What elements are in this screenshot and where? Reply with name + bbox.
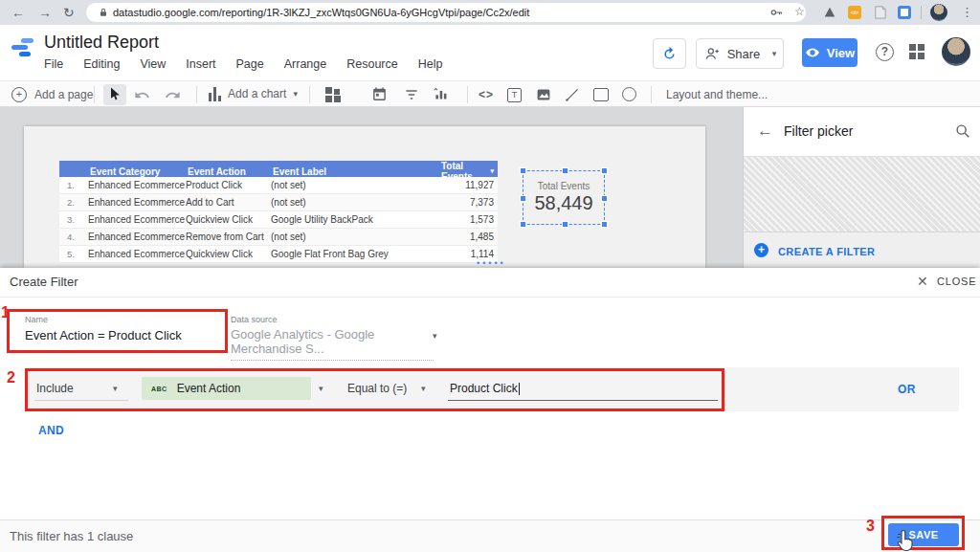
- date-range-icon[interactable]: [371, 86, 388, 102]
- table-row: 5. Enhanced Ecommerce Quickview Click Go…: [59, 246, 498, 263]
- user-avatar[interactable]: [942, 37, 970, 66]
- menu-page[interactable]: Page: [236, 57, 264, 71]
- share-dropdown-button[interactable]: ▾: [766, 38, 784, 69]
- browser-back-icon[interactable]: ←: [11, 0, 25, 25]
- browser-forward-icon[interactable]: →: [38, 0, 52, 25]
- rectangle-tool-icon[interactable]: [593, 88, 609, 101]
- selection-handle[interactable]: [601, 195, 608, 202]
- datasource-select[interactable]: Google Analytics - Google Merchandise S.…: [231, 327, 434, 361]
- menu-editing[interactable]: Editing: [83, 57, 120, 71]
- selection-handle[interactable]: [520, 195, 526, 202]
- add-chart-button[interactable]: Add a chart ▾: [209, 87, 298, 101]
- annotation-box-3: [881, 516, 965, 550]
- annotation-number-1: 1: [1, 304, 10, 321]
- table-header-row: Event Category Event Action Event Label …: [59, 161, 498, 177]
- or-button[interactable]: OR: [898, 383, 916, 396]
- browser-avatar[interactable]: [930, 4, 947, 21]
- events-table[interactable]: Event Category Event Action Event Label …: [59, 161, 498, 263]
- data-control-icon[interactable]: [433, 86, 449, 102]
- code-extension-icon[interactable]: </>: [848, 6, 861, 19]
- create-filter-label: CREATE A FILTER: [778, 246, 875, 257]
- dialog-drag-handle[interactable]: •••••: [477, 258, 506, 268]
- datastudio-app: ← → ↻ datastudio.google.com/reporting/1R…: [0, 0, 980, 552]
- annotation-number-2: 2: [7, 369, 15, 386]
- table-row: 1. Enhanced Ecommerce Product Click (not…: [59, 177, 498, 194]
- notes-extension-icon[interactable]: [873, 5, 887, 19]
- annotation-number-3: 3: [866, 518, 875, 535]
- toolbar-divider: [94, 86, 95, 103]
- share-button[interactable]: Share: [696, 38, 768, 69]
- add-page-button[interactable]: + Add a page: [11, 87, 93, 102]
- line-tool-icon[interactable]: [565, 87, 580, 102]
- sort-desc-icon: ▾: [488, 167, 494, 175]
- filter-control-icon[interactable]: [404, 87, 419, 102]
- eye-icon: [805, 45, 820, 60]
- menu-insert[interactable]: Insert: [186, 57, 215, 71]
- clause-count-status: This filter has 1 clause: [10, 529, 133, 543]
- selection-handle[interactable]: [520, 167, 526, 174]
- add-circle-icon: +: [754, 243, 768, 257]
- report-canvas[interactable]: Event Category Event Action Event Label …: [0, 107, 743, 268]
- filter-list-empty-area: [744, 157, 980, 232]
- community-widgets-icon[interactable]: [325, 87, 341, 102]
- refresh-icon: [661, 46, 678, 62]
- selection-handle[interactable]: [520, 221, 526, 228]
- apps-grid-icon[interactable]: [909, 44, 924, 59]
- embed-url-icon[interactable]: <>: [479, 81, 494, 108]
- help-icon[interactable]: ?: [876, 43, 894, 61]
- menu-resource[interactable]: Resource: [346, 57, 398, 71]
- address-bar[interactable]: datastudio.google.com/reporting/1R-3lKZJ…: [86, 3, 806, 22]
- browser-reload-icon[interactable]: ↻: [63, 0, 75, 25]
- undo-icon[interactable]: [134, 87, 150, 103]
- datastudio-logo-icon[interactable]: [11, 38, 36, 59]
- mouse-hand-cursor: [896, 528, 915, 552]
- password-key-icon[interactable]: [769, 6, 783, 19]
- add-person-icon: [704, 46, 721, 62]
- menu-file[interactable]: File: [44, 57, 63, 71]
- bookmark-star-icon[interactable]: ☆: [794, 5, 805, 18]
- selection-handle[interactable]: [601, 167, 608, 174]
- drive-extension-icon[interactable]: [823, 6, 836, 19]
- browser-divider: [921, 6, 922, 19]
- report-page[interactable]: Event Category Event Action Event Label …: [24, 126, 705, 268]
- view-button[interactable]: View: [802, 38, 858, 67]
- col-total-events[interactable]: Total Events▾: [437, 161, 498, 182]
- blue-extension-icon[interactable]: [898, 6, 911, 19]
- view-label: View: [827, 46, 855, 60]
- close-button[interactable]: CLOSE: [937, 276, 976, 287]
- selection-handle[interactable]: [562, 167, 568, 174]
- create-filter-button[interactable]: + CREATE A FILTER: [744, 232, 980, 268]
- total-events-scorecard[interactable]: Total Events 58,449: [523, 170, 605, 225]
- scorecard-label: Total Events: [523, 181, 604, 191]
- back-arrow-icon[interactable]: ←: [757, 121, 773, 141]
- col-event-action: Event Action: [186, 166, 271, 177]
- table-row: 4. Enhanced Ecommerce Remove from Cart (…: [59, 229, 498, 246]
- select-tool-button[interactable]: [103, 84, 126, 105]
- and-button[interactable]: AND: [38, 424, 64, 437]
- filter-picker-panel: ← Filter picker + CREATE A FILTER: [743, 107, 980, 268]
- circle-tool-icon[interactable]: [622, 87, 636, 101]
- menu-bar: File Editing View Insert Page Arrange Re…: [44, 57, 442, 71]
- report-title[interactable]: Untitled Report: [44, 33, 159, 53]
- table-row: 2. Enhanced Ecommerce Add to Cart (not s…: [59, 194, 498, 211]
- search-icon[interactable]: [954, 122, 971, 140]
- dialog-footer: This filter has 1 clause SAVE: [0, 519, 980, 552]
- menu-view[interactable]: View: [140, 57, 166, 71]
- redo-icon[interactable]: [165, 87, 181, 103]
- menu-help[interactable]: Help: [418, 57, 443, 71]
- refresh-data-button[interactable]: [653, 38, 686, 69]
- selection-handle[interactable]: [562, 221, 568, 228]
- browser-menu-icon[interactable]: ⋮: [961, 0, 973, 25]
- table-row: 3. Enhanced Ecommerce Quickview Click Go…: [59, 211, 498, 229]
- annotation-box-2: [25, 368, 724, 411]
- chevron-down-icon: ▾: [293, 87, 298, 101]
- chevron-down-icon: ▾: [433, 331, 437, 341]
- image-tool-icon[interactable]: [536, 87, 551, 102]
- text-tool-icon[interactable]: T: [507, 88, 522, 102]
- chevron-down-icon: ▾: [772, 49, 777, 58]
- toolbar-divider: [651, 86, 652, 103]
- menu-arrange[interactable]: Arrange: [284, 57, 326, 71]
- close-icon[interactable]: ✕: [917, 274, 928, 289]
- selection-handle[interactable]: [601, 221, 608, 228]
- layout-theme-button[interactable]: Layout and theme...: [666, 81, 768, 108]
